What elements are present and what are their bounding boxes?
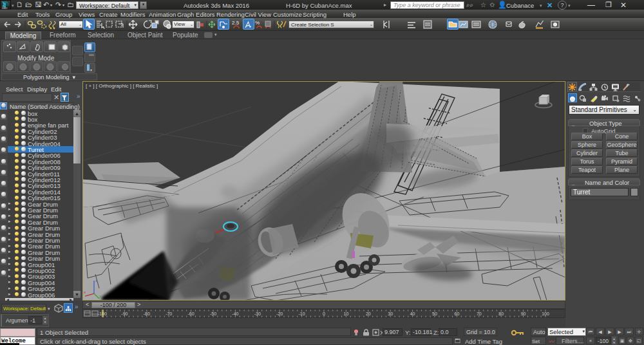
svg-text:0: 0 [323, 312, 325, 316]
svg-text:[ + ] [ Orthographic ] [ Reali: [ + ] [ Orthographic ] [ Realistic ] [86, 83, 158, 89]
svg-text:80: 80 [498, 312, 504, 316]
svg-text:90: 90 [521, 312, 526, 316]
svg-text:-10: -10 [299, 312, 305, 316]
svg-text:-40: -40 [232, 312, 238, 316]
svg-text:10: 10 [344, 312, 349, 316]
svg-text:2.5: 2.5 [232, 20, 240, 26]
svg-text:-50: -50 [210, 312, 216, 316]
svg-text:30: 30 [388, 312, 393, 316]
svg-text:20: 20 [366, 312, 371, 316]
svg-text:y: y [99, 294, 101, 298]
svg-text:-30: -30 [254, 312, 261, 316]
svg-text:-20: -20 [276, 312, 283, 316]
svg-text:40: 40 [410, 312, 415, 316]
svg-text:x: x [84, 290, 86, 294]
svg-text:-90: -90 [121, 312, 128, 316]
svg-text:%: % [255, 20, 260, 26]
svg-text:-100: -100 [98, 312, 107, 316]
svg-text:-60: -60 [188, 312, 194, 316]
svg-text:-70: -70 [166, 312, 172, 316]
svg-text:-80: -80 [144, 312, 150, 316]
svg-text:60: 60 [455, 312, 460, 316]
svg-text:50: 50 [432, 312, 437, 316]
svg-text:100: 100 [542, 312, 549, 316]
svg-text:70: 70 [477, 312, 482, 316]
svg-text:z: z [95, 279, 97, 283]
